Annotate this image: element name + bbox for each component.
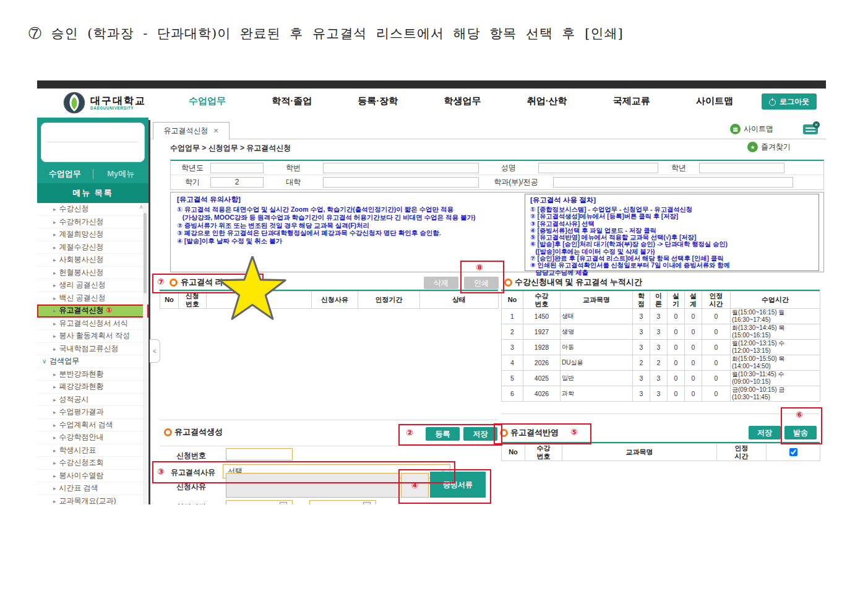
reqno-label: 신청번호 [176,451,206,461]
column-header: 교과목명 [562,444,717,461]
save-button-reflect[interactable]: 저장 [749,426,781,439]
sidebar-menu-item[interactable]: 수강학점안내 [37,431,148,444]
notice-line: ④ [증빙서류]선택 후 파일 업로드 - 저장 클릭 [530,227,819,234]
sidebar-menu-item[interactable]: 검색업무 [37,355,148,368]
year-input[interactable] [210,163,264,173]
sidebar-menu-item[interactable]: 수강신청조회 [37,457,148,470]
column-header: 인정 시간 [702,292,731,309]
sidebar-menu-item[interactable]: 생리 공결신청 [37,279,148,292]
calendar-icon[interactable] [363,502,371,504]
grade-input[interactable] [699,163,784,173]
submenu-arrow-icon [53,460,56,466]
delete-button[interactable]: 삭제 [424,277,458,289]
credit-table-row[interactable]: 4 2026 DU실용 2 2 0 0 0 화(15:00~15:50) 목(1… [502,355,820,371]
sidebar-menu-item[interactable]: 수강허가신청 [37,216,148,229]
column-header: 학 점 [633,292,650,309]
column-header: 수강 번호 [523,292,561,309]
submenu-arrow-icon [53,435,56,441]
sitemap-icon: ▦ [730,124,741,134]
sidebar-tab-mymenu[interactable]: My메뉴 [93,168,149,179]
sidebar-menu-item[interactable]: 수강신청 [37,203,148,216]
sidebar-menu-item[interactable]: 사회봉사신청 [37,254,148,267]
dept-input[interactable] [553,177,793,188]
submenu-arrow-icon [53,244,56,251]
sidebar-scrollbar-thumb[interactable] [144,213,147,293]
sidebar-menu-item[interactable]: 수업평가결과 [37,406,148,419]
tab-close-icon[interactable]: ✕ [213,127,218,135]
sidebar-menu-item[interactable]: 유고결석신청① [37,305,148,318]
university-logo[interactable]: 대구대학교 DAEGUUNIVERSITY [63,92,146,114]
tab-absence-application[interactable]: 유고결석신청 ✕ [153,122,230,140]
logout-button[interactable]: 로그아웃 [762,93,817,110]
sidebar-menu-item[interactable]: 국내학점교류신청 [37,343,148,356]
notice-line: ② 증빙서류가 위조 또는 변조된 것일 경우 해당 교과목 실격(F)처리 [177,222,520,230]
sidebar-collapse-handle[interactable]: < [150,339,160,363]
sidebar-menu-item[interactable]: 학생시간표 [37,444,148,457]
sidebar-menu-item[interactable]: 백신 공결신청 [37,292,148,305]
studentno-input[interactable] [323,163,479,173]
attach-marker-cell: ④ [401,473,429,498]
save-button-create[interactable]: 저장 [463,427,497,441]
sidebar-login-card [41,123,145,162]
dept-label: 학과(부)/전공 [479,177,553,188]
sidebar-menu-item[interactable]: 수업계획서 검색 [37,419,148,432]
section-bullet-icon [504,279,512,287]
sidebar-menu-item[interactable]: 봉사 활동계획서 작성 [37,330,148,343]
annotation-number-8: ⑧ [476,262,483,272]
sidebar-tab-classwork[interactable]: 수업업무 [37,168,93,179]
nav-item[interactable]: 학적·졸업 [272,95,312,107]
sitemap-button[interactable]: ▦ 사이트맵 [730,124,773,134]
sidebar-menu-item[interactable]: 유고결석신청서 서식 [37,318,148,331]
nav-item[interactable]: 취업·산학 [527,95,567,107]
term-input[interactable] [210,177,264,188]
credit-table-title: 수강신청내역 및 유고결석 누적시간 [515,277,642,288]
nav-item[interactable]: 사이트맵 [696,95,733,107]
nav-item[interactable]: 등록·장학 [358,95,398,107]
notice-line: ④ [발송]이후 날짜 수정 및 취소 불가 [177,237,520,245]
credit-table-row[interactable]: 1 1450 생태 3 3 0 0 0 월(15:00~16:15) 월(16:… [502,309,820,324]
name-input[interactable] [538,163,658,173]
sidebar-menu-item[interactable]: 분반강좌현황 [37,368,148,381]
annotation-number: ① [106,306,113,314]
credit-table-row[interactable]: 3 1928 아동 3 3 0 0 0 월(12:00~13:15) 수(12:… [502,340,820,355]
notice-line: ③ 폐강으로 인한 유고결석은 단과대학행정실에서 폐강과목 수강신청자 명단 … [177,229,520,237]
sidebar-menu-item[interactable]: 봉사이수열람 [37,470,148,483]
column-header: 인정기간 [358,292,420,309]
credit-table-row[interactable]: 2 1927 생명 3 3 0 0 0 화(13:30~14:45) 목(15:… [502,324,820,340]
register-button[interactable]: 등록 [426,427,460,441]
attachment-button[interactable]: 증빙서류 [430,472,486,498]
send-button[interactable]: 발송 [784,426,817,439]
submenu-arrow-icon [53,206,56,212]
nav-item[interactable]: 국제교류 [613,95,650,107]
sidebar-menu-item[interactable]: 성적공시 [37,394,148,407]
notice-line: ⑤ [유고결석반영] 메뉴에서 적용할 교과목 선택(√)후 [저장] [530,234,819,241]
sidebar-menu-item[interactable]: 폐강강좌현황 [37,381,148,394]
credit-table-row[interactable]: 6 4026 과학 3 3 0 0 0 금(09:00~10:15) 금(10:… [502,386,820,402]
select-all-checkbox[interactable] [789,448,797,456]
submenu-arrow-icon [53,422,56,428]
print-button[interactable]: 인쇄 [464,277,499,289]
submenu-arrow-icon [53,231,56,238]
annotation-number-4: ④ [411,480,419,490]
submenu-arrow-icon [53,257,56,263]
column-header: No [502,444,525,461]
favorite-button[interactable]: ★ 즐겨찾기 [747,142,791,152]
sidebar-menu-item[interactable]: 계절희망신청 [37,228,148,241]
power-icon [769,98,776,105]
sidebar-menu-item[interactable]: 교과목개요(교과) [37,495,148,505]
detail-reason-label: 신청사유 [176,482,206,492]
annotation-number-7: ⑦ [157,277,165,287]
credit-table-row[interactable]: 5 4025 일반 3 3 0 0 0 월(10:30~11:45) 수(09:… [502,371,820,386]
column-header: 인정 시간 [717,444,767,461]
nav-item[interactable]: 학생업무 [444,95,481,107]
sidebar-menu-item[interactable]: 헌혈봉사신청 [37,267,148,280]
absence-list-title: 유고결석 리스트 [181,277,239,288]
sidebar-menu-item[interactable]: 계절수강신청 [37,241,148,254]
reqno-input[interactable] [226,448,293,460]
submenu-arrow-icon [53,308,56,314]
sidebar-menu-item[interactable]: 시간표 검색 [37,482,148,495]
calendar-icon[interactable] [280,502,287,504]
detail-reason-textarea[interactable] [226,473,399,498]
nav-item[interactable]: 수업업무 [189,95,226,107]
college-input[interactable] [323,177,479,188]
